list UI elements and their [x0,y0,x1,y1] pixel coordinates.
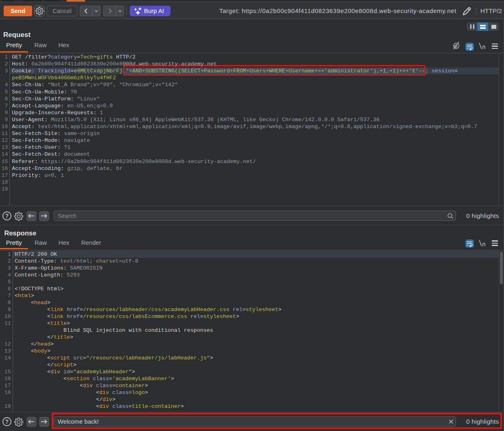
svg-text:?: ? [5,213,9,219]
svg-text:?: ? [5,418,9,425]
